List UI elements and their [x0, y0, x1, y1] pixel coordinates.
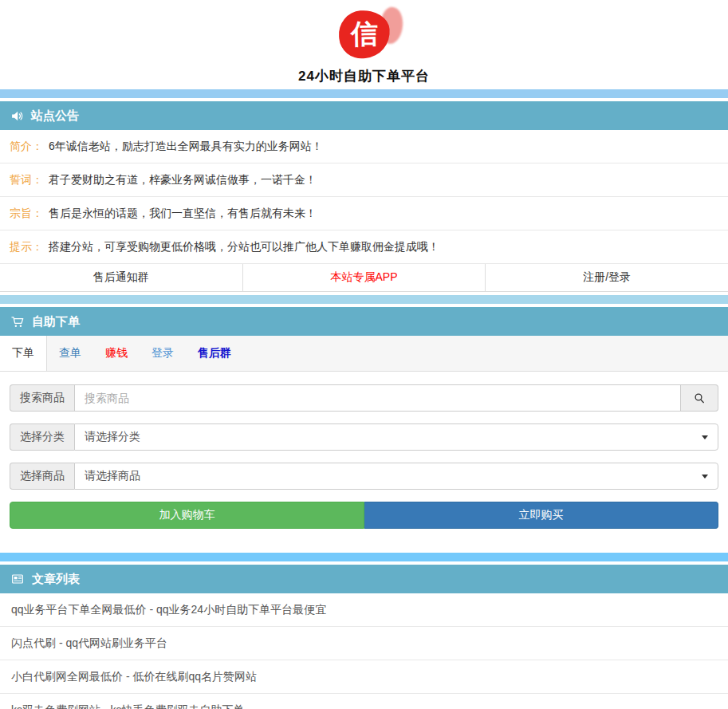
- cart-icon: [10, 315, 25, 329]
- logo-character: 信: [350, 16, 378, 53]
- notice-item-label: 提示：: [10, 240, 43, 253]
- order-section-title: 自助下单: [32, 314, 80, 329]
- site-app-link[interactable]: 本站专属APP: [242, 264, 486, 291]
- notice-item: 提示：搭建分站，可享受购物更低价格哦，分站也可以推广他人下单赚取佣金提成哦！: [0, 230, 728, 264]
- search-button[interactable]: [681, 384, 718, 412]
- product-addon-label: 选择商品: [10, 463, 74, 490]
- notice-item-text: 6年诚信老站，励志打造出全网最具有实力的业务网站！: [49, 140, 323, 152]
- articles-section-title: 文章列表: [32, 572, 80, 587]
- category-addon-label: 选择分类: [10, 423, 74, 451]
- notice-item: 宗旨：售后是永恒的话题，我们一直坚信，有售后就有未来！: [0, 197, 728, 230]
- notice-item-text: 售后是永恒的话题，我们一直坚信，有售后就有未来！: [49, 207, 317, 219]
- product-select-value: 请选择商品: [85, 469, 140, 483]
- articles-section-header: 文章列表: [0, 565, 728, 593]
- product-select[interactable]: 请选择商品: [74, 463, 718, 490]
- article-list-item[interactable]: ks双击免费刷网站 - ks快手免费刷双击自助下单: [0, 694, 728, 709]
- tab-check-order[interactable]: 查单: [47, 336, 93, 371]
- site-logo: 信: [339, 10, 390, 61]
- newspaper-icon: [10, 573, 25, 585]
- tab-earn-money[interactable]: 赚钱: [93, 336, 140, 371]
- category-select-value: 请选择分类: [85, 430, 140, 444]
- quick-links-row: 售后通知群 本站专属APP 注册/登录: [0, 264, 728, 292]
- divider-strip-order: [0, 295, 728, 304]
- notice-section-header: 站点公告: [0, 101, 728, 130]
- register-login-link[interactable]: 注册/登录: [485, 264, 728, 291]
- search-input[interactable]: [74, 384, 681, 412]
- tab-aftersale-group[interactable]: 售后群: [186, 336, 243, 371]
- article-list-item[interactable]: qq业务平台下单全网最低价 - qq业务24小时自助下单平台最便宜: [0, 593, 728, 627]
- buy-now-button[interactable]: 立即购买: [364, 502, 718, 529]
- aftersale-group-link[interactable]: 售后通知群: [0, 264, 242, 291]
- order-actions: 加入购物车 立即购买: [10, 502, 718, 529]
- category-select[interactable]: 请选择分类: [74, 423, 718, 451]
- site-title: 24小时自助下单平台: [0, 67, 728, 85]
- divider-strip-notice: [0, 89, 728, 98]
- notice-item: 誓词：君子爱财助之有道，梓豪业务网诚信做事，一诺千金！: [0, 163, 728, 197]
- notice-item-text: 君子爱财助之有道，梓豪业务网诚信做事，一诺千金！: [49, 173, 317, 186]
- notice-item-label: 宗旨：: [10, 207, 43, 219]
- article-list-item[interactable]: 闪点代刷 - qq代网站刷业务平台: [0, 627, 728, 660]
- tab-place-order[interactable]: 下单: [0, 336, 47, 371]
- notice-item-text: 搭建分站，可享受购物更低价格哦，分站也可以推广他人下单赚取佣金提成哦！: [49, 240, 439, 253]
- spacer: [0, 529, 728, 549]
- order-section-header: 自助下单: [0, 307, 728, 336]
- notice-item-label: 誓词：: [10, 173, 43, 186]
- chevron-down-icon: [702, 435, 708, 439]
- article-list: qq业务平台下单全网最低价 - qq业务24小时自助下单平台最便宜 闪点代刷 -…: [0, 593, 728, 709]
- search-addon-label: 搜索商品: [10, 384, 74, 412]
- category-row: 选择分类 请选择分类: [10, 423, 718, 451]
- speaker-icon: [10, 109, 24, 123]
- site-header: 信 24小时自助下单平台: [0, 0, 728, 88]
- notice-item-label: 简介：: [10, 140, 43, 152]
- order-tabs: 下单 查单 赚钱 登录 售后群: [0, 336, 728, 372]
- add-to-cart-button[interactable]: 加入购物车: [10, 502, 364, 529]
- notice-section-title: 站点公告: [31, 108, 79, 124]
- magnifier-icon: [693, 392, 706, 404]
- product-row: 选择商品 请选择商品: [10, 463, 718, 490]
- chevron-down-icon: [702, 475, 708, 479]
- notice-list: 简介：6年诚信老站，励志打造出全网最具有实力的业务网站！ 誓词：君子爱财助之有道…: [0, 130, 728, 264]
- tab-login[interactable]: 登录: [140, 336, 186, 371]
- article-list-item[interactable]: 小白代刷网全网最低价 - 低价在线刷qq名片赞网站: [0, 660, 728, 694]
- divider-strip-articles: [0, 553, 728, 561]
- notice-item: 简介：6年诚信老站，励志打造出全网最具有实力的业务网站！: [0, 130, 728, 163]
- order-form: 搜索商品 选择分类 请选择分类 选择商品 请选择商品: [0, 372, 728, 529]
- search-row: 搜索商品: [10, 384, 718, 412]
- page: 信 24小时自助下单平台 站点公告 简介：6年诚信老站，励志打造出全网最具有实力…: [0, 0, 728, 709]
